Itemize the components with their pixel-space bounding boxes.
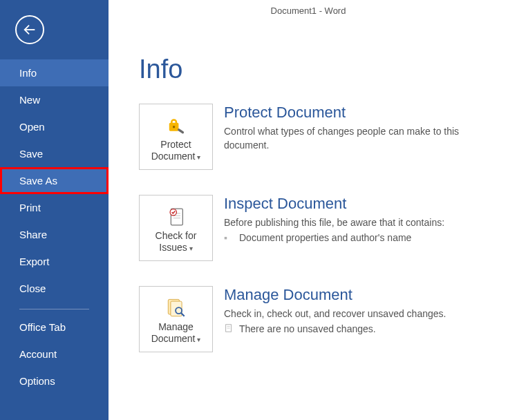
sidebar-item-open[interactable]: Open: [0, 113, 109, 140]
check-for-issues-button[interactable]: Check forIssues ▾: [139, 195, 213, 261]
protect-document-section: ProtectDocument ▾ Protect Document Contr…: [139, 104, 508, 170]
sidebar-item-label: Account: [19, 348, 57, 360]
bullet-icon: ▪: [224, 232, 239, 243]
manage-document-desc: Check in, check out, and recover unsaved…: [224, 307, 446, 321]
sidebar-item-label: Office Tab: [19, 321, 66, 333]
sidebar-separator: [19, 309, 89, 309]
manage-bullet: There are no unsaved changes.: [239, 323, 376, 334]
documents-magnify-icon: [164, 296, 189, 321]
protect-document-title: Protect Document: [224, 104, 487, 122]
manage-document-section: ManageDocument ▾ Manage Document Check i…: [139, 286, 508, 352]
back-button[interactable]: [15, 15, 44, 44]
tile-label: Issues: [159, 242, 187, 253]
window-title: Document1 - Word: [109, 0, 508, 16]
svg-rect-4: [177, 128, 184, 134]
protect-document-desc: Control what types of changes people can…: [224, 124, 487, 153]
svg-rect-2: [171, 120, 176, 124]
sidebar-item-label: Save As: [19, 175, 57, 187]
sidebar-item-account[interactable]: Account: [0, 341, 109, 368]
page-title: Info: [139, 55, 508, 84]
sidebar-item-label: Close: [19, 283, 46, 294]
protect-document-button[interactable]: ProtectDocument ▾: [139, 104, 213, 170]
backstage-sidebar: Info New Open Save Save As Print Share E…: [0, 0, 109, 420]
sidebar-item-share[interactable]: Share: [0, 221, 109, 248]
sidebar-item-print[interactable]: Print: [0, 194, 109, 221]
sidebar-item-close[interactable]: Close: [0, 275, 109, 302]
manage-document-title: Manage Document: [224, 286, 446, 304]
tile-label: Protect: [160, 139, 191, 150]
sidebar-item-office-tab[interactable]: Office Tab: [0, 314, 109, 341]
chevron-down-icon: ▾: [196, 153, 201, 161]
chevron-down-icon: ▾: [196, 336, 201, 343]
arrow-left-icon: [22, 22, 37, 37]
inspect-document-title: Inspect Document: [224, 195, 444, 213]
sidebar-item-export[interactable]: Export: [0, 248, 109, 275]
inspect-bullet: Document properties and author's name: [239, 232, 411, 243]
tile-label: Document: [151, 151, 196, 162]
sidebar-item-info[interactable]: Info: [0, 59, 109, 86]
tile-label: Manage: [158, 321, 194, 332]
sidebar-item-options[interactable]: Options: [0, 368, 109, 394]
sidebar-item-save[interactable]: Save: [0, 140, 109, 167]
sidebar-item-label: Export: [19, 256, 49, 267]
sidebar-item-label: Share: [19, 229, 47, 240]
main-panel: Document1 - Word Info ProtectDocument ▾ …: [109, 0, 508, 420]
document-check-icon: [164, 204, 188, 229]
inspect-document-section: Check forIssues ▾ Inspect Document Befor…: [139, 195, 508, 261]
document-icon: [224, 323, 239, 335]
tile-label: Document: [151, 333, 196, 344]
lock-key-icon: [164, 114, 188, 137]
sidebar-item-label: Save: [19, 148, 43, 160]
sidebar-item-label: Open: [19, 121, 45, 133]
inspect-document-desc: Before publishing this file, be aware th…: [224, 216, 444, 229]
sidebar-item-label: Print: [19, 202, 41, 213]
svg-point-3: [172, 126, 174, 128]
sidebar-item-new[interactable]: New: [0, 86, 109, 113]
tile-label: Check for: [156, 230, 197, 241]
chevron-down-icon: ▾: [187, 245, 193, 252]
sidebar-item-label: Options: [19, 375, 55, 387]
sidebar-item-save-as[interactable]: Save As: [0, 167, 109, 194]
svg-point-9: [170, 209, 176, 215]
manage-document-button[interactable]: ManageDocument ▾: [139, 286, 213, 352]
sidebar-item-label: New: [19, 94, 40, 106]
sidebar-item-label: Info: [19, 67, 37, 79]
